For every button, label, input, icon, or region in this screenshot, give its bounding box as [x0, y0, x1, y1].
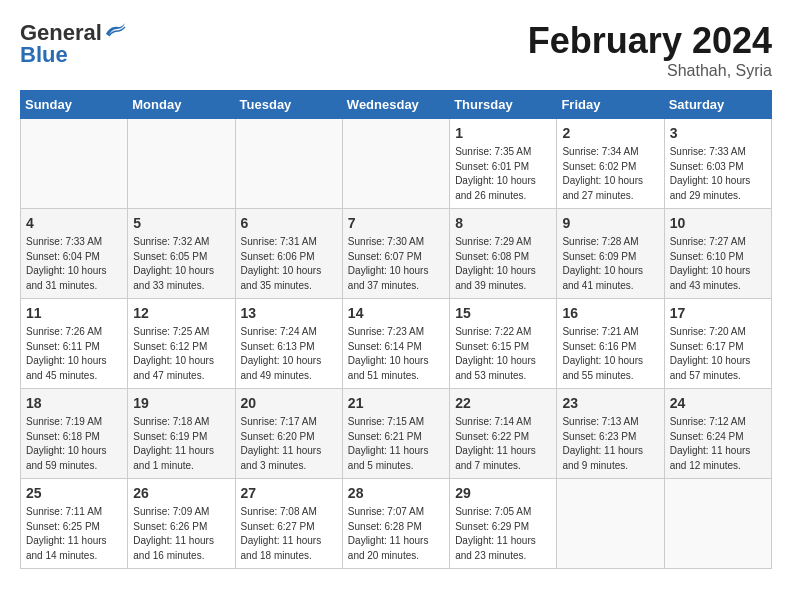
header-saturday: Saturday	[664, 91, 771, 119]
day-info: Sunrise: 7:14 AM Sunset: 6:22 PM Dayligh…	[455, 416, 536, 471]
calendar-cell: 19Sunrise: 7:18 AM Sunset: 6:19 PM Dayli…	[128, 389, 235, 479]
day-number: 21	[348, 393, 444, 413]
calendar-table: SundayMondayTuesdayWednesdayThursdayFrid…	[20, 90, 772, 569]
calendar-cell	[21, 119, 128, 209]
calendar-cell	[342, 119, 449, 209]
day-info: Sunrise: 7:33 AM Sunset: 6:04 PM Dayligh…	[26, 236, 107, 291]
day-number: 12	[133, 303, 229, 323]
day-info: Sunrise: 7:20 AM Sunset: 6:17 PM Dayligh…	[670, 326, 751, 381]
logo: General Blue	[20, 20, 128, 68]
day-number: 24	[670, 393, 766, 413]
calendar-cell: 24Sunrise: 7:12 AM Sunset: 6:24 PM Dayli…	[664, 389, 771, 479]
day-number: 14	[348, 303, 444, 323]
logo-bird-icon	[104, 22, 126, 44]
calendar-cell: 12Sunrise: 7:25 AM Sunset: 6:12 PM Dayli…	[128, 299, 235, 389]
week-row-3: 11Sunrise: 7:26 AM Sunset: 6:11 PM Dayli…	[21, 299, 772, 389]
day-number: 22	[455, 393, 551, 413]
calendar-cell: 23Sunrise: 7:13 AM Sunset: 6:23 PM Dayli…	[557, 389, 664, 479]
calendar-cell: 13Sunrise: 7:24 AM Sunset: 6:13 PM Dayli…	[235, 299, 342, 389]
calendar-cell: 8Sunrise: 7:29 AM Sunset: 6:08 PM Daylig…	[450, 209, 557, 299]
day-number: 9	[562, 213, 658, 233]
day-info: Sunrise: 7:05 AM Sunset: 6:29 PM Dayligh…	[455, 506, 536, 561]
day-info: Sunrise: 7:34 AM Sunset: 6:02 PM Dayligh…	[562, 146, 643, 201]
day-info: Sunrise: 7:32 AM Sunset: 6:05 PM Dayligh…	[133, 236, 214, 291]
calendar-cell: 17Sunrise: 7:20 AM Sunset: 6:17 PM Dayli…	[664, 299, 771, 389]
day-number: 3	[670, 123, 766, 143]
page-header: General Blue February 2024 Shathah, Syri…	[20, 20, 772, 80]
day-info: Sunrise: 7:13 AM Sunset: 6:23 PM Dayligh…	[562, 416, 643, 471]
day-info: Sunrise: 7:24 AM Sunset: 6:13 PM Dayligh…	[241, 326, 322, 381]
calendar-header-row: SundayMondayTuesdayWednesdayThursdayFrid…	[21, 91, 772, 119]
day-number: 17	[670, 303, 766, 323]
header-tuesday: Tuesday	[235, 91, 342, 119]
calendar-cell: 26Sunrise: 7:09 AM Sunset: 6:26 PM Dayli…	[128, 479, 235, 569]
calendar-cell: 7Sunrise: 7:30 AM Sunset: 6:07 PM Daylig…	[342, 209, 449, 299]
calendar-cell	[664, 479, 771, 569]
day-number: 2	[562, 123, 658, 143]
day-info: Sunrise: 7:22 AM Sunset: 6:15 PM Dayligh…	[455, 326, 536, 381]
calendar-cell: 21Sunrise: 7:15 AM Sunset: 6:21 PM Dayli…	[342, 389, 449, 479]
calendar-cell: 5Sunrise: 7:32 AM Sunset: 6:05 PM Daylig…	[128, 209, 235, 299]
calendar-title-area: February 2024 Shathah, Syria	[528, 20, 772, 80]
calendar-cell: 15Sunrise: 7:22 AM Sunset: 6:15 PM Dayli…	[450, 299, 557, 389]
day-number: 7	[348, 213, 444, 233]
calendar-cell: 25Sunrise: 7:11 AM Sunset: 6:25 PM Dayli…	[21, 479, 128, 569]
calendar-cell	[557, 479, 664, 569]
month-title: February 2024	[528, 20, 772, 62]
week-row-5: 25Sunrise: 7:11 AM Sunset: 6:25 PM Dayli…	[21, 479, 772, 569]
week-row-4: 18Sunrise: 7:19 AM Sunset: 6:18 PM Dayli…	[21, 389, 772, 479]
day-info: Sunrise: 7:21 AM Sunset: 6:16 PM Dayligh…	[562, 326, 643, 381]
day-info: Sunrise: 7:35 AM Sunset: 6:01 PM Dayligh…	[455, 146, 536, 201]
calendar-cell: 16Sunrise: 7:21 AM Sunset: 6:16 PM Dayli…	[557, 299, 664, 389]
day-number: 23	[562, 393, 658, 413]
day-info: Sunrise: 7:17 AM Sunset: 6:20 PM Dayligh…	[241, 416, 322, 471]
week-row-1: 1Sunrise: 7:35 AM Sunset: 6:01 PM Daylig…	[21, 119, 772, 209]
header-friday: Friday	[557, 91, 664, 119]
day-number: 15	[455, 303, 551, 323]
day-number: 10	[670, 213, 766, 233]
header-wednesday: Wednesday	[342, 91, 449, 119]
day-number: 16	[562, 303, 658, 323]
calendar-cell: 29Sunrise: 7:05 AM Sunset: 6:29 PM Dayli…	[450, 479, 557, 569]
day-info: Sunrise: 7:26 AM Sunset: 6:11 PM Dayligh…	[26, 326, 107, 381]
day-number: 27	[241, 483, 337, 503]
day-number: 6	[241, 213, 337, 233]
day-number: 5	[133, 213, 229, 233]
day-info: Sunrise: 7:07 AM Sunset: 6:28 PM Dayligh…	[348, 506, 429, 561]
logo-blue-text: Blue	[20, 42, 68, 68]
day-info: Sunrise: 7:29 AM Sunset: 6:08 PM Dayligh…	[455, 236, 536, 291]
day-info: Sunrise: 7:33 AM Sunset: 6:03 PM Dayligh…	[670, 146, 751, 201]
day-number: 13	[241, 303, 337, 323]
day-number: 8	[455, 213, 551, 233]
calendar-cell: 20Sunrise: 7:17 AM Sunset: 6:20 PM Dayli…	[235, 389, 342, 479]
day-info: Sunrise: 7:12 AM Sunset: 6:24 PM Dayligh…	[670, 416, 751, 471]
calendar-cell: 10Sunrise: 7:27 AM Sunset: 6:10 PM Dayli…	[664, 209, 771, 299]
calendar-cell	[128, 119, 235, 209]
day-info: Sunrise: 7:28 AM Sunset: 6:09 PM Dayligh…	[562, 236, 643, 291]
day-info: Sunrise: 7:31 AM Sunset: 6:06 PM Dayligh…	[241, 236, 322, 291]
day-info: Sunrise: 7:18 AM Sunset: 6:19 PM Dayligh…	[133, 416, 214, 471]
day-info: Sunrise: 7:30 AM Sunset: 6:07 PM Dayligh…	[348, 236, 429, 291]
calendar-cell: 28Sunrise: 7:07 AM Sunset: 6:28 PM Dayli…	[342, 479, 449, 569]
calendar-cell: 27Sunrise: 7:08 AM Sunset: 6:27 PM Dayli…	[235, 479, 342, 569]
day-info: Sunrise: 7:09 AM Sunset: 6:26 PM Dayligh…	[133, 506, 214, 561]
calendar-cell: 2Sunrise: 7:34 AM Sunset: 6:02 PM Daylig…	[557, 119, 664, 209]
day-number: 20	[241, 393, 337, 413]
calendar-cell: 11Sunrise: 7:26 AM Sunset: 6:11 PM Dayli…	[21, 299, 128, 389]
calendar-cell: 18Sunrise: 7:19 AM Sunset: 6:18 PM Dayli…	[21, 389, 128, 479]
day-number: 4	[26, 213, 122, 233]
day-number: 29	[455, 483, 551, 503]
calendar-cell: 3Sunrise: 7:33 AM Sunset: 6:03 PM Daylig…	[664, 119, 771, 209]
day-info: Sunrise: 7:08 AM Sunset: 6:27 PM Dayligh…	[241, 506, 322, 561]
day-info: Sunrise: 7:11 AM Sunset: 6:25 PM Dayligh…	[26, 506, 107, 561]
calendar-cell: 6Sunrise: 7:31 AM Sunset: 6:06 PM Daylig…	[235, 209, 342, 299]
week-row-2: 4Sunrise: 7:33 AM Sunset: 6:04 PM Daylig…	[21, 209, 772, 299]
day-number: 26	[133, 483, 229, 503]
calendar-cell: 22Sunrise: 7:14 AM Sunset: 6:22 PM Dayli…	[450, 389, 557, 479]
calendar-cell: 1Sunrise: 7:35 AM Sunset: 6:01 PM Daylig…	[450, 119, 557, 209]
calendar-cell: 4Sunrise: 7:33 AM Sunset: 6:04 PM Daylig…	[21, 209, 128, 299]
day-number: 18	[26, 393, 122, 413]
day-info: Sunrise: 7:27 AM Sunset: 6:10 PM Dayligh…	[670, 236, 751, 291]
location-title: Shathah, Syria	[528, 62, 772, 80]
day-number: 25	[26, 483, 122, 503]
